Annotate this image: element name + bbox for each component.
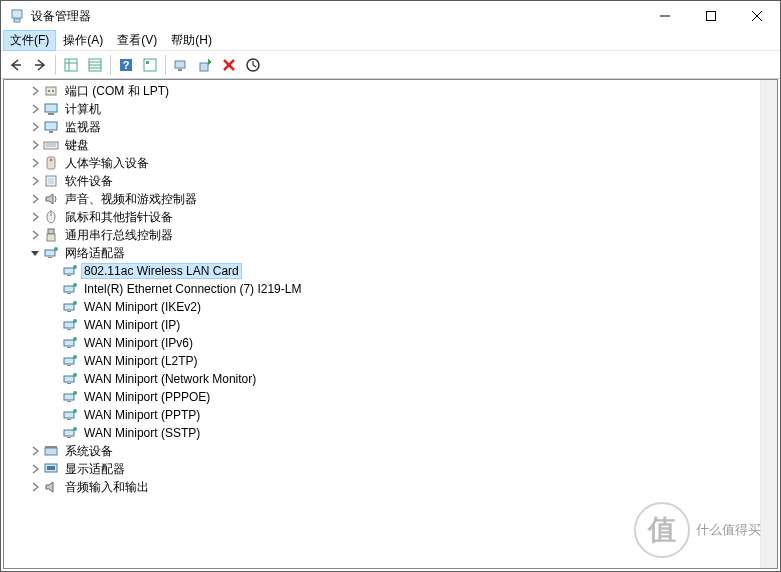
netcard-icon xyxy=(62,299,78,315)
audioio-icon xyxy=(43,479,59,495)
tree-item-label: 鼠标和其他指针设备 xyxy=(62,209,176,226)
tree-item[interactable]: WAN Miniport (IPv6) xyxy=(4,334,760,352)
tree-item[interactable]: 系统设备 xyxy=(4,442,760,460)
svg-rect-74 xyxy=(67,437,71,438)
tree-arrow-closed-icon[interactable] xyxy=(27,227,43,243)
tree-item[interactable]: WAN Miniport (PPPOE) xyxy=(4,388,760,406)
uninstall-button[interactable] xyxy=(217,53,241,77)
menu-action[interactable]: 操作(A) xyxy=(56,30,110,51)
svg-point-63 xyxy=(73,355,77,359)
back-button[interactable] xyxy=(4,53,28,77)
svg-rect-44 xyxy=(48,257,52,258)
list-view-button[interactable] xyxy=(83,53,107,77)
tree-item[interactable]: WAN Miniport (IP) xyxy=(4,316,760,334)
tree-item[interactable]: WAN Miniport (PPTP) xyxy=(4,406,760,424)
svg-rect-71 xyxy=(67,419,71,420)
tree-arrow-closed-icon[interactable] xyxy=(27,443,43,459)
device-tree[interactable]: 端口 (COM 和 LPT)计算机监视器键盘人体学输入设备软件设备声音、视频和游… xyxy=(4,80,760,568)
tree-item[interactable]: 声音、视频和游戏控制器 xyxy=(4,190,760,208)
menu-file[interactable]: 文件(F) xyxy=(3,30,56,51)
tree-arrow-closed-icon[interactable] xyxy=(27,191,43,207)
window-title: 设备管理器 xyxy=(31,8,642,25)
svg-point-26 xyxy=(48,90,50,92)
menu-view[interactable]: 查看(V) xyxy=(110,30,164,51)
tree-item-label: WAN Miniport (IP) xyxy=(81,318,183,332)
tree-item-label: 监视器 xyxy=(62,119,104,136)
tree-item-label: WAN Miniport (PPTP) xyxy=(81,408,203,422)
svg-rect-77 xyxy=(45,446,57,448)
tree-item-label: 端口 (COM 和 LPT) xyxy=(62,83,172,100)
vertical-scrollbar[interactable] xyxy=(760,80,777,568)
help-button[interactable]: ? xyxy=(114,53,138,77)
tree-arrow-none xyxy=(46,353,62,369)
scan-hardware-button[interactable] xyxy=(169,53,193,77)
close-button[interactable] xyxy=(734,1,780,31)
tree-item[interactable]: WAN Miniport (IKEv2) xyxy=(4,298,760,316)
titlebar: 设备管理器 xyxy=(1,1,780,31)
svg-rect-79 xyxy=(47,466,55,470)
tree-item[interactable]: 802.11ac Wireless LAN Card xyxy=(4,262,760,280)
netcard-icon xyxy=(62,353,78,369)
forward-button[interactable] xyxy=(28,53,52,77)
tree-item[interactable]: 网络适配器 xyxy=(4,244,760,262)
svg-rect-73 xyxy=(64,430,74,436)
tree-arrow-closed-icon[interactable] xyxy=(27,119,43,135)
tree-item[interactable]: 鼠标和其他指针设备 xyxy=(4,208,760,226)
disable-button[interactable] xyxy=(241,53,265,77)
svg-point-27 xyxy=(52,90,54,92)
svg-rect-43 xyxy=(45,250,55,256)
tree-item[interactable]: 监视器 xyxy=(4,118,760,136)
detail-view-button[interactable] xyxy=(59,53,83,77)
separator-icon xyxy=(165,55,166,75)
svg-point-51 xyxy=(73,283,77,287)
tree-item[interactable]: 人体学输入设备 xyxy=(4,154,760,172)
tree-arrow-closed-icon[interactable] xyxy=(27,461,43,477)
tree-item[interactable]: 通用串行总线控制器 xyxy=(4,226,760,244)
tree-item[interactable]: 键盘 xyxy=(4,136,760,154)
svg-point-66 xyxy=(73,373,77,377)
svg-rect-19 xyxy=(175,61,185,68)
svg-rect-29 xyxy=(48,113,54,115)
maximize-button[interactable] xyxy=(688,1,734,31)
svg-rect-49 xyxy=(64,286,74,292)
tree-arrow-none xyxy=(46,299,62,315)
tree-arrow-closed-icon[interactable] xyxy=(27,137,43,153)
svg-rect-18 xyxy=(146,61,149,64)
tree-arrow-closed-icon[interactable] xyxy=(27,209,43,225)
tree-item[interactable]: 端口 (COM 和 LPT) xyxy=(4,82,760,100)
properties-button[interactable] xyxy=(138,53,162,77)
tree-arrow-open-icon[interactable] xyxy=(27,245,43,261)
tree-arrow-closed-icon[interactable] xyxy=(27,173,43,189)
tree-arrow-closed-icon[interactable] xyxy=(27,101,43,117)
tree-arrow-closed-icon[interactable] xyxy=(27,83,43,99)
tree-item[interactable]: 软件设备 xyxy=(4,172,760,190)
watermark-text: 什么值得买 xyxy=(696,521,761,539)
tree-item[interactable]: 音频输入和输出 xyxy=(4,478,760,496)
svg-rect-56 xyxy=(67,329,71,330)
tree-item[interactable]: WAN Miniport (Network Monitor) xyxy=(4,370,760,388)
content-area: 端口 (COM 和 LPT)计算机监视器键盘人体学输入设备软件设备声音、视频和游… xyxy=(3,79,778,569)
svg-point-48 xyxy=(73,265,77,269)
tree-arrow-closed-icon[interactable] xyxy=(27,479,43,495)
svg-rect-55 xyxy=(64,322,74,328)
svg-rect-67 xyxy=(64,394,74,400)
svg-rect-28 xyxy=(45,104,57,112)
tree-item[interactable]: WAN Miniport (SSTP) xyxy=(4,424,760,442)
monitor-icon xyxy=(43,119,59,135)
tree-arrow-closed-icon[interactable] xyxy=(27,155,43,171)
menu-help[interactable]: 帮助(H) xyxy=(164,30,219,51)
tree-item[interactable]: 显示适配器 xyxy=(4,460,760,478)
tree-item[interactable]: 计算机 xyxy=(4,100,760,118)
tree-item[interactable]: Intel(R) Ethernet Connection (7) I219-LM xyxy=(4,280,760,298)
window-controls xyxy=(642,1,780,31)
svg-rect-59 xyxy=(67,347,71,348)
software-icon xyxy=(43,173,59,189)
tree-item[interactable]: WAN Miniport (L2TP) xyxy=(4,352,760,370)
tree-item-label: 软件设备 xyxy=(62,173,116,190)
minimize-button[interactable] xyxy=(642,1,688,31)
separator-icon xyxy=(110,55,111,75)
svg-rect-3 xyxy=(707,12,716,21)
update-driver-button[interactable] xyxy=(193,53,217,77)
tree-item-label: 音频输入和输出 xyxy=(62,479,152,496)
svg-rect-52 xyxy=(64,304,74,310)
